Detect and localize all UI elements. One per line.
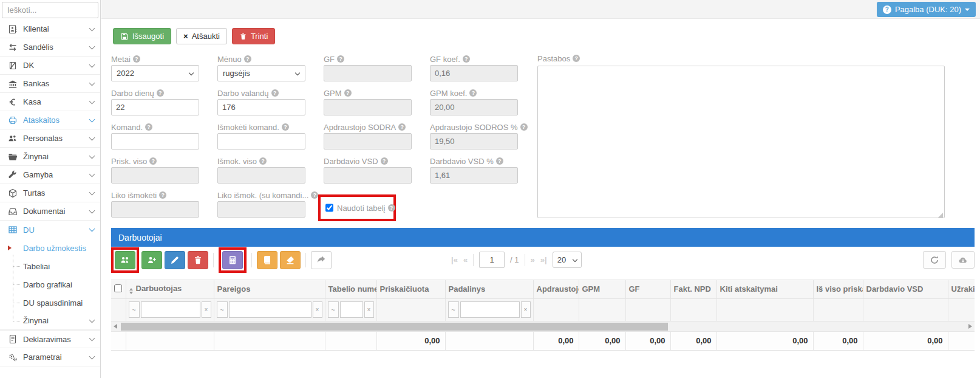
delete-row-button[interactable] bbox=[188, 251, 208, 269]
filter-clear-button[interactable]: × bbox=[364, 301, 374, 318]
column-header-uzrakinta[interactable]: Užrakinta bbox=[948, 280, 975, 298]
help-icon[interactable]: ? bbox=[398, 123, 406, 131]
sidebar-item-zinynai[interactable]: Žinynai bbox=[0, 148, 100, 166]
sidebar-item-dk[interactable]: DK bbox=[0, 57, 100, 75]
sidebar-item-deklaravimas[interactable]: Deklaravimas bbox=[0, 330, 100, 348]
help-icon[interactable]: ? bbox=[469, 89, 477, 97]
edit-button[interactable] bbox=[165, 251, 185, 269]
filter-tabelio-input[interactable] bbox=[340, 301, 363, 318]
filter-darbuotojas-input[interactable] bbox=[141, 301, 200, 318]
column-header-pareigos[interactable]: Pareigos bbox=[214, 280, 325, 298]
cancel-button[interactable]: × Atšaukti bbox=[176, 28, 227, 44]
metai-select[interactable]: 2022 bbox=[111, 65, 199, 81]
journal-button[interactable] bbox=[257, 251, 277, 269]
naudoti-tabeli-checkbox[interactable] bbox=[325, 204, 333, 212]
help-icon[interactable]: ? bbox=[381, 157, 388, 165]
employees-table: Darbuotojas Pareigos Tabelio numeris Pri… bbox=[111, 280, 975, 321]
menuo-select[interactable]: rugsėjis bbox=[217, 65, 305, 81]
pager-first-button[interactable]: |« bbox=[451, 255, 458, 264]
help-icon[interactable]: ? bbox=[496, 157, 503, 165]
help-icon[interactable]: ? bbox=[573, 55, 580, 62]
help-icon[interactable]: ? bbox=[145, 123, 152, 131]
sidebar-item-tabeliai[interactable]: Tabeliai bbox=[0, 257, 100, 275]
column-header-fakt-npd[interactable]: Fakt. NPD bbox=[670, 280, 716, 298]
pager-prev-button[interactable]: « bbox=[463, 255, 468, 264]
column-header-tabelio[interactable]: Tabelio numeris bbox=[325, 280, 376, 298]
help-icon[interactable]: ? bbox=[157, 89, 164, 97]
filter-op-button[interactable]: ~ bbox=[328, 301, 339, 318]
sidebar-item-darbo-uzmokestis[interactable]: Darbo užmokestis bbox=[0, 239, 100, 257]
column-header-padalinys[interactable]: Padalinys bbox=[445, 280, 533, 298]
help-icon[interactable]: ? bbox=[344, 89, 352, 97]
pastabos-textarea[interactable] bbox=[537, 66, 945, 218]
sidebar-item-du[interactable]: DU bbox=[0, 221, 100, 239]
help-icon[interactable]: ? bbox=[282, 123, 289, 131]
filter-clear-button[interactable]: × bbox=[313, 301, 322, 318]
komand-input[interactable] bbox=[111, 133, 199, 149]
eraser-button[interactable] bbox=[280, 251, 301, 269]
sidebar-item-sandelis[interactable]: Sandėlis bbox=[0, 38, 100, 57]
sidebar-search-input[interactable] bbox=[2, 2, 98, 18]
column-header-gf[interactable]: GF bbox=[625, 280, 670, 298]
filter-clear-button[interactable]: × bbox=[521, 301, 531, 318]
column-header-darbuotojas[interactable]: Darbuotojas bbox=[126, 280, 214, 298]
pager-page-input[interactable] bbox=[479, 252, 505, 268]
darbo-valandu-input[interactable] bbox=[217, 99, 305, 115]
save-button[interactable]: Išsaugoti bbox=[113, 28, 171, 44]
help-icon[interactable]: ? bbox=[337, 55, 344, 63]
help-icon[interactable]: ? bbox=[244, 55, 251, 63]
column-header-kiti[interactable]: Kiti atskaitymai bbox=[716, 280, 813, 298]
sidebar-item-dokumentai[interactable]: Dokumentai bbox=[0, 202, 100, 221]
filter-clear-button[interactable]: × bbox=[202, 301, 211, 318]
filter-padalinys-input[interactable] bbox=[460, 301, 520, 318]
help-icon[interactable]: ? bbox=[520, 123, 528, 131]
help-icon[interactable]: ? bbox=[271, 89, 279, 97]
sidebar-item-gamyba[interactable]: Gamyba bbox=[0, 166, 100, 184]
scroll-right-icon[interactable] bbox=[968, 324, 972, 329]
column-header-gpm[interactable]: GPM bbox=[579, 280, 625, 298]
ismoketi-komand-input[interactable] bbox=[217, 133, 305, 149]
filter-op-button[interactable]: ~ bbox=[448, 301, 459, 318]
add-employee-button[interactable] bbox=[141, 251, 162, 269]
sidebar-item-turtas[interactable]: Turtas bbox=[0, 184, 100, 202]
sidebar-item-du-spausdinimai[interactable]: DU spausdinimai bbox=[0, 294, 100, 312]
employees-group-button[interactable] bbox=[115, 251, 135, 269]
resize-grip-icon[interactable] bbox=[938, 213, 943, 218]
calculate-button[interactable] bbox=[222, 251, 243, 269]
sidebar-item-darbo-grafikai[interactable]: Darbo grafikai bbox=[0, 275, 100, 294]
filter-op-button[interactable]: ~ bbox=[129, 301, 140, 318]
help-icon[interactable]: ? bbox=[388, 204, 395, 211]
help-icon[interactable]: ? bbox=[159, 191, 166, 199]
darbo-dienu-input[interactable] bbox=[111, 99, 199, 115]
scrollbar-thumb[interactable] bbox=[121, 323, 668, 331]
help-button[interactable]: ? Pagalba (DUK: 20) bbox=[877, 2, 976, 17]
sidebar-item-bankas[interactable]: Bankas bbox=[0, 75, 100, 93]
help-icon[interactable]: ? bbox=[463, 55, 470, 63]
download-button[interactable] bbox=[951, 251, 975, 269]
forward-button[interactable] bbox=[311, 251, 332, 269]
column-header-is-viso[interactable]: Iš viso priskaičiuota bbox=[813, 280, 863, 298]
scroll-left-icon[interactable] bbox=[114, 324, 117, 329]
sidebar-item-kasa[interactable]: Kasa bbox=[0, 93, 100, 111]
pager-last-button[interactable]: »| bbox=[540, 255, 547, 264]
sidebar-item-klientai[interactable]: Klientai bbox=[0, 20, 100, 38]
page-size-select[interactable]: 20 bbox=[553, 252, 582, 268]
refresh-button[interactable] bbox=[923, 251, 946, 269]
help-icon[interactable]: ? bbox=[311, 191, 318, 199]
delete-button[interactable]: Trinti bbox=[232, 28, 275, 44]
column-header-priskaiciuota[interactable]: Priskaičiuota bbox=[376, 280, 445, 298]
horizontal-scrollbar[interactable] bbox=[111, 321, 975, 332]
sidebar-item-ataskaitos[interactable]: Ataskaitos bbox=[0, 111, 100, 129]
sidebar-item-parametrai[interactable]: Parametrai bbox=[0, 348, 100, 366]
column-header-darbdavio-vsd[interactable]: Darbdavio VSD bbox=[863, 280, 948, 298]
help-icon[interactable]: ? bbox=[149, 157, 157, 165]
sidebar-item-personalas[interactable]: Personalas bbox=[0, 129, 100, 148]
help-icon[interactable]: ? bbox=[133, 55, 140, 63]
pager-next-button[interactable]: » bbox=[531, 255, 535, 264]
select-all-checkbox[interactable] bbox=[114, 284, 122, 292]
column-header-apdraustojo[interactable]: Apdraustojo bbox=[533, 280, 579, 298]
help-icon[interactable]: ? bbox=[259, 157, 267, 165]
sidebar-item-du-zinynai[interactable]: Žinynai bbox=[0, 312, 100, 330]
filter-pareigos-input[interactable] bbox=[229, 301, 311, 318]
filter-op-button[interactable]: ~ bbox=[217, 301, 228, 318]
